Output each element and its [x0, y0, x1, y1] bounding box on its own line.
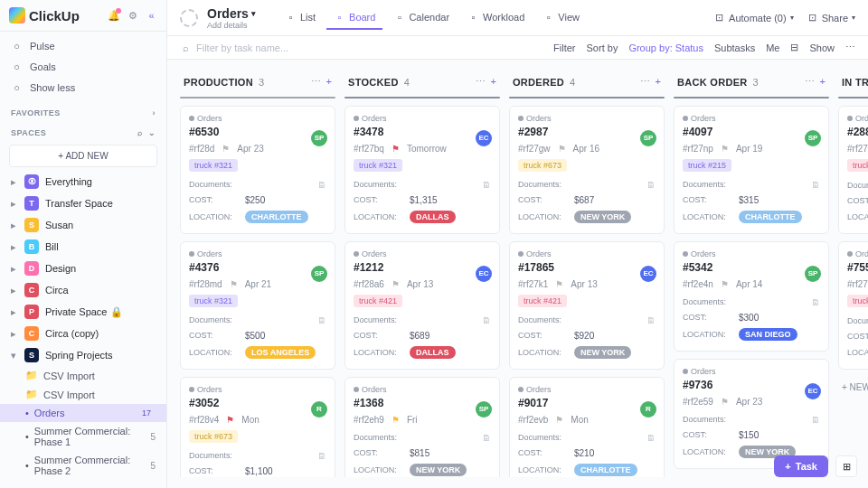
nav-goals[interactable]: ○Goals — [0, 56, 166, 77]
space-item[interactable]: ▸BBill — [0, 236, 166, 258]
more-icon[interactable]: ⋯ — [640, 76, 650, 88]
due-date[interactable]: Apr 21 — [245, 279, 271, 289]
space-item[interactable]: ▸CCirca — [0, 279, 166, 301]
tag[interactable]: truck #421 — [847, 159, 868, 172]
assignee-avatar[interactable]: EC — [476, 266, 492, 282]
document-icon[interactable]: 🗎 — [646, 315, 656, 325]
tag[interactable]: truck #421 — [354, 295, 402, 307]
space-item[interactable]: ▸⦿Everything — [0, 171, 166, 192]
add-icon[interactable]: + — [326, 76, 332, 88]
flag-icon[interactable]: ⚑ — [555, 415, 563, 425]
document-icon[interactable]: 🗎 — [482, 433, 491, 443]
more-icon[interactable]: ⋯ — [476, 76, 486, 88]
due-date[interactable]: Apr 16 — [573, 144, 599, 154]
nav-pulse[interactable]: ○Pulse — [0, 35, 166, 56]
document-icon[interactable]: 🗎 — [482, 180, 491, 190]
assignee-avatar[interactable]: EC — [476, 130, 492, 146]
assignee-avatar[interactable]: SP — [805, 130, 821, 146]
location-badge[interactable]: CHARLOTTE — [245, 211, 308, 223]
task-card[interactable]: Orders #5342 SP #rf2e4n⚑Apr 14 Documents… — [674, 241, 829, 352]
document-icon[interactable]: 🗎 — [482, 315, 491, 325]
dashboards-heading[interactable]: DASHBOARDS› — [0, 480, 166, 488]
tag[interactable]: truck #421 — [518, 295, 567, 307]
due-date[interactable]: Apr 23 — [736, 397, 762, 407]
toolbar--[interactable]: ⊟ — [790, 42, 798, 53]
apps-grid-icon[interactable]: ⊞ — [835, 455, 857, 477]
logo[interactable]: ClickUp — [9, 7, 80, 23]
toolbar-group-by-status[interactable]: Group by: Status — [628, 42, 703, 53]
task-card[interactable]: Orders #3478 EC #rf27bq⚑Tomorrow truck #… — [344, 106, 500, 234]
task-card[interactable]: Orders #1212 EC #rf28a6⚑Apr 13 truck #42… — [344, 241, 500, 370]
collapse-icon[interactable]: « — [146, 10, 157, 22]
tree-item[interactable]: •Orders17 — [0, 404, 166, 422]
tag[interactable]: truck #673 — [518, 159, 567, 172]
top-robot[interactable]: ⊡Automate (0)▾ — [713, 12, 794, 23]
assignee-avatar[interactable]: EC — [640, 266, 656, 282]
location-badge[interactable]: NEW YORK — [574, 211, 631, 223]
document-icon[interactable]: 🗎 — [317, 180, 326, 190]
due-date[interactable]: Apr 13 — [571, 279, 597, 289]
new-task-button[interactable]: + NEW TASK — [838, 377, 868, 398]
assignee-avatar[interactable]: SP — [640, 130, 656, 146]
toolbar-subtasks[interactable]: Subtasks — [714, 42, 755, 53]
document-icon[interactable]: 🗎 — [811, 180, 820, 190]
toolbar-me[interactable]: Me — [766, 42, 779, 53]
due-date[interactable]: Apr 19 — [736, 144, 762, 154]
due-date[interactable]: Apr 14 — [736, 279, 762, 289]
task-card[interactable]: Orders #3052 R #rf28v4⚑Mon truck #673 Do… — [180, 377, 335, 477]
space-item[interactable]: ▸TTransfer Space — [0, 192, 166, 214]
location-badge[interactable]: NEW YORK — [410, 464, 467, 476]
flag-icon[interactable]: ⚑ — [721, 279, 729, 289]
flag-icon[interactable]: ⚑ — [392, 415, 400, 425]
add-icon[interactable]: + — [491, 76, 496, 88]
more-icon[interactable]: ⋯ — [311, 76, 321, 88]
tree-item[interactable]: 📁CSV Import — [0, 366, 166, 385]
tag[interactable]: truck #673 — [189, 430, 238, 443]
assignee-avatar[interactable]: EC — [805, 383, 821, 399]
location-badge[interactable]: NEW YORK — [574, 346, 631, 359]
assignee-avatar[interactable]: SP — [311, 266, 327, 282]
task-card[interactable]: Orders #4376 SP #rf28md⚑Apr 21 truck #32… — [180, 241, 335, 370]
due-date[interactable]: Mon — [241, 415, 259, 425]
task-card[interactable]: Orders #2887 #rf27te⚑Fri truck #421 Docu… — [838, 106, 868, 234]
list-status-icon[interactable] — [180, 9, 198, 27]
bell-icon[interactable]: 🔔 — [108, 10, 119, 22]
more-icon[interactable]: ⋯ — [805, 76, 815, 88]
new-task-fab[interactable]: + Task — [774, 455, 828, 477]
task-card[interactable]: Orders #4097 SP #rf27np⚑Apr 19 truck #21… — [674, 106, 829, 234]
due-date[interactable]: Tomorrow — [407, 144, 447, 154]
toolbar-filter[interactable]: Filter — [553, 42, 575, 53]
search-input[interactable]: ⌕ Filter by task name... — [180, 42, 288, 53]
flag-icon[interactable]: ⚑ — [558, 144, 566, 154]
flag-icon[interactable]: ⚑ — [392, 144, 400, 154]
assignee-avatar[interactable]: SP — [805, 266, 821, 282]
space-item[interactable]: ▸PPrivate Space 🔒 — [0, 301, 166, 323]
view-view[interactable]: ▫View — [535, 5, 587, 30]
gear-icon[interactable]: ⚙ — [127, 10, 138, 22]
task-card[interactable]: Orders #2987 SP #rf27gw⚑Apr 16 truck #67… — [509, 106, 665, 234]
search-icon[interactable]: ⌕ — [137, 128, 143, 137]
flag-icon[interactable]: ⚑ — [230, 279, 238, 289]
assignee-avatar[interactable]: R — [640, 401, 656, 418]
document-icon[interactable]: 🗎 — [646, 433, 656, 443]
due-date[interactable]: Fri — [407, 415, 418, 425]
tag[interactable]: truck #321 — [354, 159, 402, 172]
flag-icon[interactable]: ⚑ — [222, 144, 230, 154]
location-badge[interactable]: LOS ANGELES — [245, 346, 316, 359]
add-icon[interactable]: + — [656, 76, 661, 88]
flag-icon[interactable]: ⚑ — [392, 279, 400, 289]
toolbar--[interactable]: ⋯ — [845, 42, 855, 53]
chevron-down-icon[interactable]: ⌄ — [148, 128, 156, 137]
tag[interactable]: truck #321 — [189, 295, 238, 307]
page-title[interactable]: Orders ▾ — [207, 6, 256, 21]
due-date[interactable]: Apr 13 — [407, 279, 433, 289]
document-icon[interactable]: 🗎 — [317, 315, 326, 325]
view-calendar[interactable]: ▫Calendar — [386, 5, 457, 30]
view-workload[interactable]: ▫Workload — [460, 5, 532, 30]
add-icon[interactable]: + — [820, 76, 826, 88]
location-badge[interactable]: DALLAS — [410, 211, 456, 223]
nav-less[interactable]: ○Show less — [0, 77, 166, 98]
flag-icon[interactable]: ⚑ — [226, 415, 234, 425]
location-badge[interactable]: DALLAS — [410, 346, 456, 359]
assignee-avatar[interactable]: SP — [476, 401, 492, 418]
